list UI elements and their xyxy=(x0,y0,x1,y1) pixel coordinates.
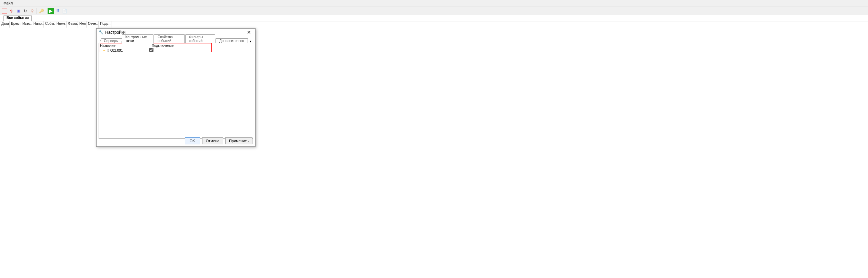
col-date[interactable]: Дата xyxy=(0,21,10,28)
col-number[interactable]: Номе… xyxy=(55,21,67,28)
tab-advanced[interactable]: Дополнительно xyxy=(216,38,248,43)
rect-icon xyxy=(2,9,7,13)
col-firstname[interactable]: Имя xyxy=(78,21,87,28)
row-checkbox[interactable] xyxy=(149,48,153,53)
close-button[interactable]: ✕ xyxy=(245,29,253,35)
col-subdiv[interactable]: Подр… xyxy=(99,21,111,28)
tab-control-points[interactable]: Контрольные точки xyxy=(122,34,153,43)
toolbar-btn-doc[interactable]: 📄 xyxy=(61,8,68,14)
menu-file[interactable]: Файл xyxy=(2,1,14,6)
col-time[interactable]: Время xyxy=(10,21,21,28)
toolbar-btn-grid[interactable]: ⠿ xyxy=(54,8,61,14)
grid-header-conn[interactable]: Подключение xyxy=(151,44,253,48)
tab-all-events[interactable]: Все события xyxy=(3,15,32,21)
tab-event-properties[interactable]: Свойства событий xyxy=(154,34,185,43)
dialog-title-text: Настройки xyxy=(105,30,245,35)
dialog-content: Название Подключение ⊸ ▯ 002.001 xyxy=(99,43,253,139)
column-headers: Дата Время Исто… Напр… Собы… Номе… Фами…… xyxy=(0,21,868,28)
key-icon: ⊸ xyxy=(103,49,106,52)
node-icon: ▯ xyxy=(107,49,109,52)
toolbar-btn-run[interactable]: ▶ xyxy=(48,8,54,14)
toolbar: ϟ ▣ ↻ ⚲ 🔑 ▶ ⠿ 📄 xyxy=(0,7,868,15)
grid-row[interactable]: ⊸ ▯ 002.001 xyxy=(100,48,252,53)
toolbar-btn-refresh[interactable]: ↻ xyxy=(22,8,28,14)
tabs-overflow[interactable]: ▾ xyxy=(248,39,253,43)
ok-button[interactable]: OK xyxy=(185,137,200,144)
col-event[interactable]: Собы… xyxy=(44,21,55,28)
grid-header: Название Подключение xyxy=(99,43,253,48)
content-area: 🔧 Настройки ✕ Серверы Контрольные точки … xyxy=(0,28,868,278)
col-direction[interactable]: Напр… xyxy=(32,21,44,28)
settings-dialog: 🔧 Настройки ✕ Серверы Контрольные точки … xyxy=(96,28,256,147)
toolbar-btn-filter[interactable]: ⚲ xyxy=(29,8,35,14)
toolbar-btn-flash[interactable]: ϟ xyxy=(8,8,14,14)
dialog-tabs: Серверы Контрольные точки Свойства событ… xyxy=(97,36,255,43)
toolbar-separator xyxy=(37,8,37,14)
apply-button[interactable]: Применить xyxy=(225,137,252,144)
col-source[interactable]: Исто… xyxy=(21,21,32,28)
grid-header-name[interactable]: Название xyxy=(99,44,151,48)
col-middlename[interactable]: Отче… xyxy=(87,21,99,28)
toolbar-separator xyxy=(46,8,46,14)
col-lastname[interactable]: Фами… xyxy=(67,21,78,28)
toolbar-btn-server[interactable]: ▣ xyxy=(15,8,21,14)
wrench-icon: 🔧 xyxy=(99,30,103,34)
toolbar-btn-1[interactable] xyxy=(1,8,8,14)
tab-event-filters[interactable]: Фильтры событий xyxy=(185,34,215,43)
toolbar-btn-key[interactable]: 🔑 xyxy=(38,8,44,14)
cancel-button[interactable]: Отмена xyxy=(202,137,223,144)
tab-servers[interactable]: Серверы xyxy=(99,38,123,43)
dialog-buttons: OK Отмена Применить xyxy=(185,137,252,144)
menu-bar: Файл xyxy=(0,0,868,7)
row-label: 002.001 xyxy=(110,49,149,52)
main-tabs: Все события xyxy=(0,15,868,21)
